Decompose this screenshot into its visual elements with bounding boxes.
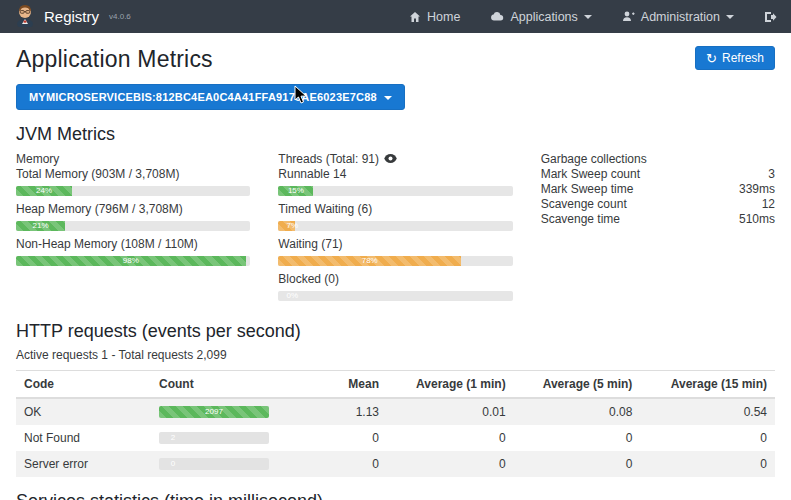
http-requests-subtitle: Active requests 1 - Total requests 2,099	[16, 348, 775, 362]
waiting-label: Waiting (71)	[278, 237, 512, 252]
col-header-avg15: Average (15 min)	[640, 371, 775, 399]
col-header-avg5: Average (5 min)	[514, 371, 641, 399]
col-header-count: Count	[151, 371, 277, 399]
brand[interactable]: Registry v4.0.6	[14, 3, 131, 31]
mean-cell: 0	[277, 451, 387, 477]
count-bar: 0	[159, 458, 269, 470]
code-cell: Server error	[16, 451, 151, 477]
table-row: Not Found 2 0 0 0 0	[16, 425, 775, 451]
gc-label: Scavenge time	[541, 212, 620, 227]
chevron-down-icon	[384, 96, 392, 100]
gc-label: Mark Sweep time	[541, 182, 634, 197]
main-content: Application Metrics ↻ Refresh MYMICROSER…	[0, 46, 791, 500]
total-memory-progressbar: 24%	[16, 186, 250, 196]
nav-applications-label: Applications	[510, 10, 577, 24]
avg5-cell: 0.08	[514, 398, 641, 425]
nav-administration[interactable]: Administration	[622, 10, 734, 24]
brand-name: Registry	[44, 8, 99, 25]
avg15-cell: 0	[640, 425, 775, 451]
runnable-progressbar: 15%	[278, 186, 512, 196]
nav-home[interactable]: Home	[409, 10, 460, 24]
runnable-label: Runnable 14	[278, 167, 512, 182]
total-memory-label: Total Memory (903M / 3,708M)	[16, 167, 250, 182]
gc-value: 12	[762, 197, 775, 212]
timed-waiting-progressbar: 7%	[278, 221, 512, 231]
gc-row: Scavenge time 510ms	[541, 212, 775, 227]
instance-selector-label: MYMICROSERVICEBIS:812BC4EA0C4A41FFA9179A…	[29, 91, 377, 103]
brand-version: v4.0.6	[109, 12, 131, 21]
heap-memory-label: Heap Memory (796M / 3,708M)	[16, 202, 250, 217]
nav-home-label: Home	[427, 10, 460, 24]
jhipster-avatar-logo	[14, 3, 36, 31]
col-header-code: Code	[16, 371, 151, 399]
page-title: Application Metrics	[16, 46, 213, 73]
nonheap-memory-progressbar: 98%	[16, 256, 250, 266]
gc-row: Mark Sweep time 339ms	[541, 182, 775, 197]
col-header-mean: Mean	[277, 371, 387, 399]
code-cell: OK	[16, 398, 151, 425]
avg5-cell: 0	[514, 425, 641, 451]
threads-column: Threads (Total: 91) Runnable 14 15% Time…	[278, 151, 512, 307]
services-statistics-heading: Services statistics (time in millisecond…	[16, 491, 775, 500]
home-icon	[409, 11, 421, 23]
refresh-label: Refresh	[722, 51, 764, 65]
avg15-cell: 0	[640, 451, 775, 477]
nav-menu: Home Applications Administration	[409, 10, 777, 24]
nonheap-memory-label: Non-Heap Memory (108M / 110M)	[16, 237, 250, 252]
http-requests-table: Code Count Mean Average (1 min) Average …	[16, 370, 775, 477]
gc-value: 3	[768, 167, 775, 182]
nav-applications[interactable]: Applications	[490, 10, 591, 24]
gc-value: 339ms	[739, 182, 775, 197]
navbar: Registry v4.0.6 Home Applications Admini…	[0, 0, 791, 33]
avg1-cell: 0	[387, 425, 514, 451]
memory-column: Memory Total Memory (903M / 3,708M) 24% …	[16, 151, 250, 307]
refresh-button[interactable]: ↻ Refresh	[695, 46, 775, 70]
count-bar: 2097	[159, 406, 269, 418]
garbage-heading: Garbage collections	[541, 151, 775, 167]
col-header-avg1: Average (1 min)	[387, 371, 514, 399]
mean-cell: 1.13	[277, 398, 387, 425]
gc-row: Scavenge count 12	[541, 197, 775, 212]
avg15-cell: 0.54	[640, 398, 775, 425]
nav-administration-label: Administration	[641, 10, 720, 24]
user-plus-icon	[622, 11, 635, 22]
garbage-column: Garbage collections Mark Sweep count 3 M…	[541, 151, 775, 307]
mean-cell: 0	[277, 425, 387, 451]
chevron-down-icon	[584, 15, 592, 19]
avg1-cell: 0	[387, 451, 514, 477]
cloud-icon	[490, 11, 504, 22]
gc-label: Scavenge count	[541, 197, 627, 212]
code-cell: Not Found	[16, 425, 151, 451]
gc-value: 510ms	[739, 212, 775, 227]
threads-heading: Threads (Total: 91)	[278, 151, 379, 167]
heap-memory-progressbar: 21%	[16, 221, 250, 231]
eye-icon[interactable]	[384, 151, 397, 167]
instance-selector-dropdown[interactable]: MYMICROSERVICEBIS:812BC4EA0C4A41FFA9179A…	[16, 84, 405, 110]
jvm-metrics-heading: JVM Metrics	[16, 124, 775, 145]
table-row: OK 2097 1.13 0.01 0.08 0.54	[16, 398, 775, 425]
sign-out-icon	[764, 11, 777, 23]
waiting-progressbar: 78%	[278, 256, 512, 266]
blocked-label: Blocked (0)	[278, 272, 512, 287]
refresh-icon: ↻	[706, 52, 717, 65]
chevron-down-icon	[726, 15, 734, 19]
memory-heading: Memory	[16, 151, 250, 167]
sign-out-button[interactable]	[764, 11, 777, 23]
gc-label: Mark Sweep count	[541, 167, 640, 182]
http-requests-heading: HTTP requests (events per second)	[16, 321, 775, 342]
avg5-cell: 0	[514, 451, 641, 477]
table-row: Server error 0 0 0 0 0	[16, 451, 775, 477]
count-bar: 2	[159, 432, 269, 444]
avg1-cell: 0.01	[387, 398, 514, 425]
gc-row: Mark Sweep count 3	[541, 167, 775, 182]
blocked-progressbar: 0%	[278, 291, 512, 301]
timed-waiting-label: Timed Waiting (6)	[278, 202, 512, 217]
